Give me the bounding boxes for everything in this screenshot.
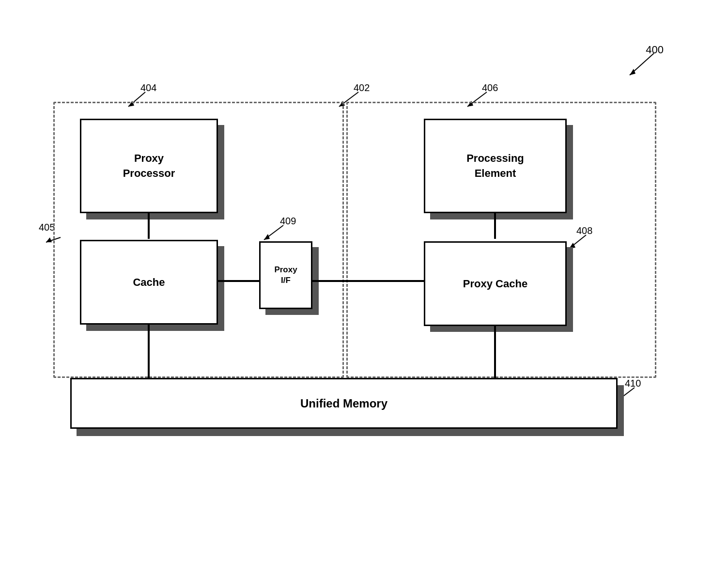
pe-to-proxycache-connector — [494, 212, 496, 239]
processing-element-label: ProcessingElement — [466, 151, 524, 181]
cache-block: Cache — [80, 240, 218, 325]
proxy-processor-label: ProxyProcessor — [123, 151, 175, 181]
svg-marker-3 — [46, 237, 52, 242]
ref-410-label: 410 — [625, 378, 641, 389]
unified-memory-label: Unified Memory — [300, 397, 387, 410]
pp-to-cache-connector — [148, 212, 150, 239]
ref-405-label: 405 — [39, 222, 55, 233]
diagram-container: 400 405 402 404 406 ProxyProcessor Proce… — [39, 39, 688, 547]
proxy-if-label: ProxyI/F — [274, 265, 297, 286]
proxy-cache-block: Proxy Cache — [424, 241, 567, 326]
ref-400-label: 400 — [646, 44, 664, 56]
proxyif-to-proxycache-connector — [312, 280, 425, 282]
cache-label: Cache — [133, 276, 165, 289]
ref-406-label: 406 — [482, 82, 498, 94]
proxy-if-block: ProxyI/F — [259, 241, 312, 309]
ref-400-arrow — [615, 44, 673, 82]
ref-402-label: 402 — [354, 82, 370, 94]
proxy-cache-label: Proxy Cache — [463, 278, 527, 290]
proxycache-to-memory-connector — [494, 326, 496, 378]
cache-to-proxyif-connector — [218, 280, 261, 282]
processing-element-block: ProcessingElement — [424, 119, 567, 213]
svg-marker-1 — [630, 69, 635, 75]
ref-404-label: 404 — [140, 82, 156, 94]
cache-to-memory-connector — [148, 325, 150, 378]
proxy-processor-block: ProxyProcessor — [80, 119, 218, 213]
unified-memory-block: Unified Memory — [70, 378, 618, 429]
